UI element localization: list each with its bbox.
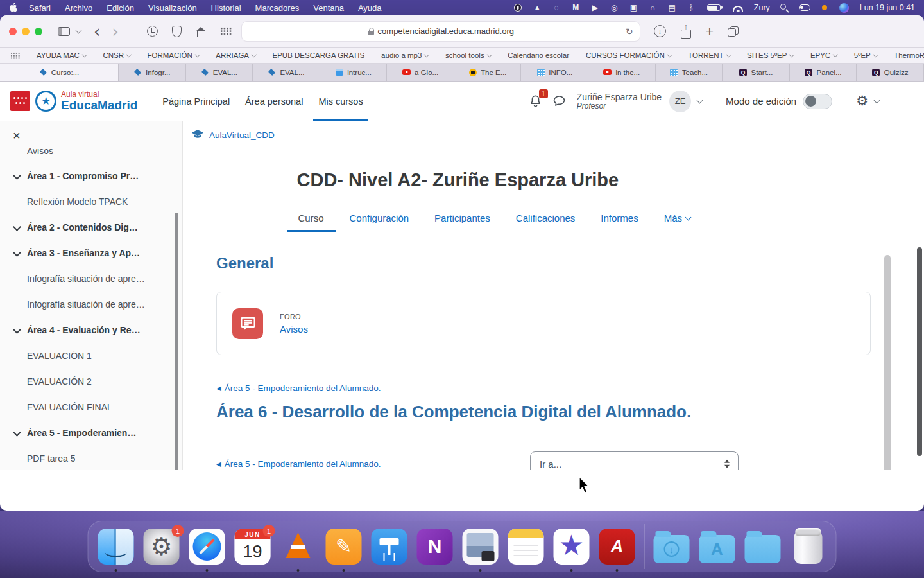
course-tab[interactable]: Informes [599,206,639,232]
menubar-item[interactable]: Visualización [148,3,197,13]
course-index-item[interactable]: EVALUACIÓN 1 [0,343,182,369]
window-scrollbar[interactable] [917,247,922,456]
minimize-window-button[interactable] [22,28,30,35]
dock-app[interactable]: ↓ [653,528,690,565]
address-bar[interactable]: competenciadigital.educa.madrid.org ↻ [242,22,640,41]
course-index-item[interactable]: Área 1 - Compromiso Pr… [0,163,182,189]
home-icon[interactable] [196,28,206,37]
course-tab[interactable]: Calificaciones [515,206,577,232]
bookmark-item[interactable]: CURSOS FORMACIÓN [586,51,671,59]
menubar-control-icon[interactable] [780,3,789,13]
reload-icon[interactable]: ↻ [626,26,633,37]
site-logo[interactable]: Aula virtual EducaMadrid [61,91,137,112]
bookmark-item[interactable]: AYUDA MAC [37,51,86,59]
jump-to-select[interactable]: Ir a... [530,451,739,470]
menubar-item[interactable]: Ventana [313,3,344,13]
course-index-item[interactable]: Infografía situación de apre… [0,266,182,292]
browser-tab[interactable]: Curso:... [0,64,119,81]
activity-link[interactable]: Avisos [280,324,308,335]
course-index-item[interactable]: Área 3 - Enseñanza y Ap… [0,240,182,266]
menubar-control-icon[interactable] [839,3,849,13]
menubar-status-icon[interactable]: ▲ [533,3,542,13]
menubar-status-icon[interactable] [513,3,523,13]
avatar[interactable]: ZE [669,91,691,112]
browser-tab[interactable]: Q Panel... [790,64,857,81]
dock-app[interactable] [462,528,499,565]
chevron-down-icon[interactable] [13,429,22,437]
messages-icon[interactable] [552,94,567,109]
menubar-status-icon[interactable]: ▶ [590,3,600,13]
browser-tab[interactable]: EVAL... [186,64,253,81]
back-button[interactable]: ‹ [94,23,100,40]
chevron-down-icon[interactable] [13,326,22,334]
course-index-item[interactable]: Área 5 - Empoderamien… [0,420,182,446]
menubar-status-icon[interactable]: ∩ [648,3,658,13]
zoom-window-button[interactable] [35,28,42,35]
browser-tab[interactable]: a Glo... [387,64,454,81]
apple-menu-icon[interactable] [9,3,17,13]
course-tab[interactable]: Participantes [433,206,492,232]
course-tab[interactable]: Curso [297,206,325,232]
course-index-item[interactable]: Avisos [0,148,182,163]
sidebar-chevron-icon[interactable] [76,27,82,33]
bookmark-item[interactable]: EPYC [810,51,837,59]
previous-section-link[interactable]: ◀ Área 5 - Empoderamiento del Alumnado. [216,459,381,469]
bookmark-item[interactable]: EPUB DESCARGA GRATIS [273,51,365,59]
menubar-item[interactable]: Archivo [65,3,92,13]
close-drawer-button[interactable]: × [0,128,21,142]
user-menu-chevron-icon[interactable] [697,97,703,103]
site-nav-item[interactable]: Página Principal [155,82,237,121]
bookmark-item[interactable]: ARRIAGA [216,51,255,59]
menubar-status-icon[interactable]: ▣ [629,3,638,13]
course-index-item[interactable]: Área 4 - Evaluación y Re… [0,317,182,343]
sidebar-toggle-icon[interactable] [58,27,70,36]
menubar-control-icon[interactable] [799,3,810,13]
bookmark-item[interactable]: ThermoRecetas [894,51,924,59]
menubar-item[interactable]: Marcadores [255,3,300,13]
site-nav-item[interactable]: Área personal [237,82,311,121]
bookmark-item[interactable]: FORMACIÓN [147,51,199,59]
forward-button[interactable]: › [112,23,118,40]
browser-tab[interactable]: Q Start... [723,64,790,81]
browser-tab[interactable]: Infogr... [119,64,186,81]
menubar-clock[interactable]: Lun 19 jun 0:41 [860,3,915,12]
share-icon[interactable] [680,24,692,39]
course-index-item[interactable]: Infografía situación de apre… [0,292,182,317]
bookmarks-grid-icon[interactable] [10,52,20,59]
chevron-down-icon[interactable] [13,249,22,257]
privacy-shield-icon[interactable] [172,26,182,37]
breadcrumb-link[interactable]: AulaVirtual_CDD [209,130,275,140]
menubar-status-icon[interactable]: M [571,3,581,13]
menubar-status-icon[interactable]: ◎ [610,3,619,13]
browser-tab[interactable]: Teach... [656,64,723,81]
fast-user-switch[interactable]: Zury [754,3,770,12]
browser-tab[interactable]: The E... [454,64,522,81]
menubar-control-icon[interactable] [820,3,830,13]
tab-overview-icon[interactable] [728,26,739,37]
course-tab[interactable]: Más [663,206,692,232]
dock-app[interactable]: A [699,528,736,565]
edit-mode-toggle[interactable] [803,94,832,109]
dock-app[interactable]: A [599,528,636,565]
settings-chevron-icon[interactable] [874,97,880,103]
bookmark-item[interactable]: CNSR [103,51,130,59]
menubar-status-icon[interactable]: ▤ [667,3,677,13]
menubar-item[interactable]: Edición [107,3,134,13]
frequently-visited-icon[interactable] [220,27,232,35]
drawer-scrollbar[interactable] [175,213,178,470]
new-tab-button[interactable]: + [706,24,714,39]
course-index-item[interactable]: Reflexión Modelo TPACK [0,189,182,215]
bookmark-item[interactable]: TORRENT [688,51,730,59]
bookmark-item[interactable]: SITES 5ºEP [747,51,794,59]
dock-app[interactable]: ✎ [325,528,363,565]
browser-tab[interactable]: intruc... [320,64,388,81]
dock-app[interactable]: ★ [553,528,590,565]
site-nav-item[interactable]: Mis cursos [311,82,370,121]
dock-app[interactable] [508,528,545,565]
browser-tab[interactable]: EVAL... [253,64,320,81]
dock-app[interactable] [280,528,317,565]
bookmark-item[interactable]: school tools [445,51,491,59]
dock-app[interactable] [371,528,408,565]
bookmark-item[interactable]: Calendario escolar [508,51,569,59]
menubar-status-icon[interactable]: ◌ [552,3,561,13]
